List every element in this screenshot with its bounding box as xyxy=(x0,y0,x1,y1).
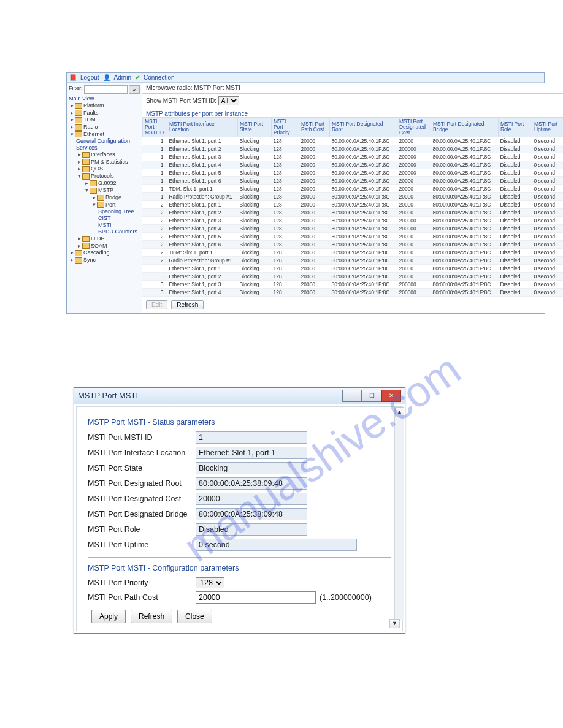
cell-dcost: 200000 xyxy=(397,161,431,169)
cell-bridge: 80:00:00:0A:25:40:1F:8C xyxy=(431,224,498,232)
cell-id: 2 xyxy=(142,248,167,256)
table-row[interactable]: 2Ethernet: Slot 1, port 2Blocking1282000… xyxy=(142,208,563,216)
table-row[interactable]: 1Ethernet: Slot 1, port 6Blocking1282000… xyxy=(142,176,563,184)
dialog-close-button[interactable]: Close xyxy=(177,610,212,623)
nav-radio[interactable]: Radio xyxy=(83,124,98,130)
scroll-up-icon[interactable]: ▲ xyxy=(395,407,404,417)
cell-role: Disabled xyxy=(498,145,532,153)
nav-ethernet[interactable]: Ethernet xyxy=(83,131,104,137)
nav-g8032[interactable]: G.8032 xyxy=(98,180,117,186)
table-row[interactable]: 1Ethernet: Slot 1, port 3Blocking1282000… xyxy=(142,153,563,161)
cell-state: Blocking xyxy=(237,169,271,176)
cell-state: Blocking xyxy=(237,248,271,256)
vertical-scrollbar[interactable]: ▲ xyxy=(394,407,404,620)
table-row[interactable]: 3Ethernet: Slot 1, port 2Blocking1282000… xyxy=(142,272,563,280)
minimize-button[interactable]: — xyxy=(342,390,362,402)
nav-faults[interactable]: Faults xyxy=(83,110,99,116)
cell-loc: Ethernet: Slot 1, port 6 xyxy=(167,176,237,184)
nav-lldp[interactable]: LLDP xyxy=(91,235,105,241)
table-row[interactable]: 1Ethernet: Slot 1, port 1Blocking1282000… xyxy=(142,137,563,145)
filter-go-button[interactable]: » xyxy=(129,85,140,94)
nav-mstp[interactable]: MSTP xyxy=(98,187,113,193)
logout-link[interactable]: Logout xyxy=(80,74,99,81)
table-row[interactable]: 2Ethernet: Slot 1, port 4Blocking1282000… xyxy=(142,224,563,232)
cell-loc: Ethernet: Slot 1, port 4 xyxy=(167,224,237,232)
table-row[interactable]: 1Ethernet: Slot 1, port 4Blocking1282000… xyxy=(142,161,563,169)
nav-soam[interactable]: SOAM xyxy=(91,243,107,249)
cell-prio: 128 xyxy=(271,192,299,200)
apply-button[interactable]: Apply xyxy=(91,610,126,623)
cell-state: Blocking xyxy=(237,200,271,208)
nav-pm-stats[interactable]: PM & Statistics xyxy=(91,159,128,165)
col-prio[interactable]: MSTI Port Priority xyxy=(271,118,299,137)
path-cost-input[interactable] xyxy=(196,591,316,604)
cell-loc: Ethernet: Slot 1, port 1 xyxy=(167,264,237,272)
admin-link[interactable]: Admin xyxy=(114,74,131,81)
col-up[interactable]: MSTI Port Uptime xyxy=(532,118,563,137)
section-title: MSTP attributes per port per instance xyxy=(142,108,563,117)
cell-state: Blocking xyxy=(237,264,271,272)
nav-cist[interactable]: CIST xyxy=(98,215,111,221)
nav-services[interactable]: Services xyxy=(76,145,98,151)
table-row[interactable]: 3Ethernet: Slot 1, port 1Blocking1282000… xyxy=(142,264,563,272)
cell-loc: Radio Protection: Group #1 xyxy=(167,256,237,264)
table-row[interactable]: 2Radio Protection: Group #1Blocking12820… xyxy=(142,256,563,264)
nav-tdm[interactable]: TDM xyxy=(83,116,96,123)
table-row[interactable]: 3Ethernet: Slot 1, port 3Blocking1282000… xyxy=(142,280,563,288)
dropdown-arrow-icon[interactable]: ▼ xyxy=(389,619,400,628)
cell-cost: 20000 xyxy=(299,272,329,280)
lab-up: MSTI Port Uptime xyxy=(88,540,196,549)
nav-bpdu[interactable]: BPDU Counters xyxy=(98,229,137,235)
dialog-refresh-button[interactable]: Refresh xyxy=(131,610,172,623)
val-bridge: 80:00:00:0A:25:38:09:48 xyxy=(196,508,307,520)
nav-gen-conf[interactable]: General Configuration xyxy=(76,138,130,144)
nav-spanning-tree[interactable]: Spanning Tree xyxy=(98,208,134,214)
col-root[interactable]: MSTI Port Designated Root xyxy=(329,118,397,137)
nav-main-view[interactable]: Main View xyxy=(69,96,94,102)
table-row[interactable]: 2Ethernet: Slot 1, port 3Blocking1282000… xyxy=(142,216,563,224)
connection-link[interactable]: Connection xyxy=(144,74,175,81)
col-id[interactable]: MSTI Port MSTI ID xyxy=(142,118,167,137)
maximize-button[interactable]: ☐ xyxy=(362,390,381,402)
cell-role: Disabled xyxy=(498,232,532,240)
col-loc[interactable]: MSTI Port Interface Location xyxy=(167,118,237,137)
table-row[interactable]: 2Ethernet: Slot 1, port 1Blocking1282000… xyxy=(142,200,563,208)
table-row[interactable]: 2Ethernet: Slot 1, port 5Blocking1282000… xyxy=(142,232,563,240)
table-row[interactable]: 1Ethernet: Slot 1, port 5Blocking1282000… xyxy=(142,169,563,176)
table-row[interactable]: 3Ethernet: Slot 1, port 4Blocking1282000… xyxy=(142,288,563,296)
cell-bridge: 80:00:00:0A:25:40:1F:8C xyxy=(431,153,498,161)
close-button[interactable]: ✕ xyxy=(381,390,401,402)
table-row[interactable]: 2TDM: Slot 1, port 1Blocking1282000080:0… xyxy=(142,248,563,256)
nav-interfaces[interactable]: Interfaces xyxy=(91,151,115,157)
cell-dcost: 200000 xyxy=(397,216,431,224)
col-role[interactable]: MSTI Port Role xyxy=(498,118,532,137)
col-cost[interactable]: MSTI Port Path Cost xyxy=(299,118,329,137)
show-select[interactable]: All xyxy=(218,96,239,105)
priority-select[interactable]: 128 xyxy=(196,577,224,588)
col-bridge[interactable]: MSTI Port Designated Bridge xyxy=(431,118,498,137)
cell-dcost: 200000 xyxy=(397,153,431,161)
col-dcost[interactable]: MSTI Port Designated Cost xyxy=(397,118,431,137)
col-state[interactable]: MSTI Port State xyxy=(237,118,271,137)
nav-protocols[interactable]: Protocols xyxy=(91,173,114,179)
val-state: Blocking xyxy=(196,462,307,474)
nav-platform[interactable]: Platform xyxy=(83,102,104,108)
filter-input[interactable] xyxy=(84,85,128,94)
cell-id: 2 xyxy=(142,208,167,216)
nav-cascading[interactable]: Cascading xyxy=(83,249,110,256)
table-row[interactable]: 1Ethernet: Slot 1, port 2Blocking1282000… xyxy=(142,145,563,153)
table-row[interactable]: 1TDM: Slot 1, port 1Blocking1282000080:0… xyxy=(142,184,563,192)
cell-state: Blocking xyxy=(237,137,271,145)
nav-sync[interactable]: Sync xyxy=(83,257,96,263)
table-row[interactable]: 1Radio Protection: Group #1Blocking12820… xyxy=(142,192,563,200)
table-row[interactable]: 2Ethernet: Slot 1, port 6Blocking1282000… xyxy=(142,240,563,248)
nav-bridge[interactable]: Bridge xyxy=(105,194,121,200)
cell-dcost: 20000 xyxy=(397,176,431,184)
refresh-button[interactable]: Refresh xyxy=(171,300,204,309)
lab-role: MSTI Port Role xyxy=(88,525,196,534)
nav-msti[interactable]: MSTI xyxy=(98,222,112,228)
cell-prio: 128 xyxy=(271,153,299,161)
nav-qos[interactable]: QOS xyxy=(91,165,103,172)
nav-port[interactable]: Port xyxy=(105,202,116,208)
cell-up: 0 second xyxy=(532,169,563,176)
